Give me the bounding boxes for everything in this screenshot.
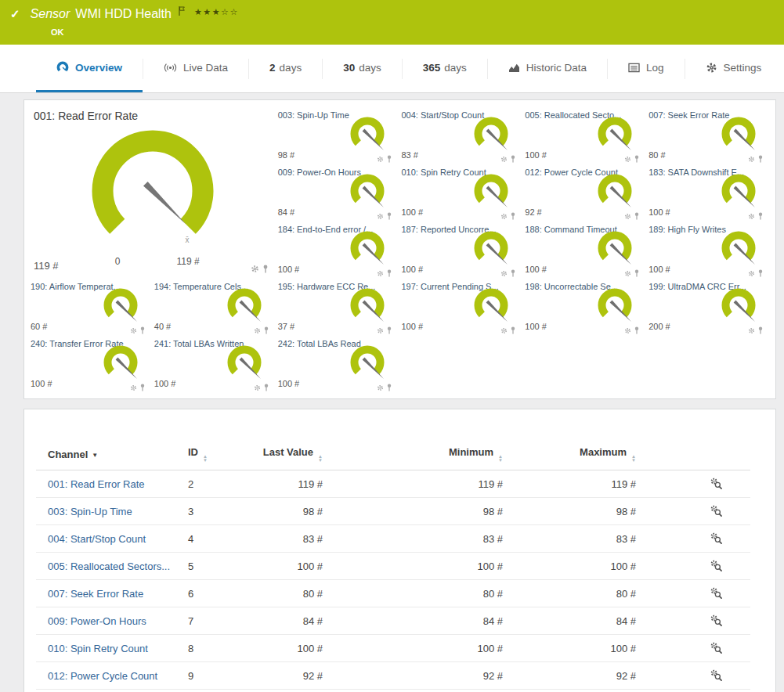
channel-gauge-tile[interactable]: 242: Total LBAs Read100 # (276, 335, 400, 392)
gear-icon[interactable] (500, 270, 508, 277)
gear-icon[interactable] (377, 270, 384, 277)
pin-icon[interactable] (634, 326, 640, 334)
priority-stars[interactable]: ★★★☆☆ (194, 7, 239, 17)
pin-icon[interactable] (386, 269, 392, 277)
channel-link[interactable]: 001: Read Error Rate (48, 478, 145, 490)
tab-log[interactable]: Log (608, 45, 685, 92)
channel-last-value: 119 # (244, 470, 326, 498)
gear-icon[interactable] (377, 327, 384, 334)
tab-historic-data[interactable]: Historic Data (488, 45, 607, 92)
gear-icon[interactable] (748, 213, 755, 220)
gear-icon[interactable] (251, 265, 259, 273)
tab-overview[interactable]: Overview (36, 45, 143, 92)
pin-icon[interactable] (634, 269, 640, 277)
tab-settings[interactable]: Settings (685, 45, 782, 92)
pin-icon[interactable] (757, 155, 764, 163)
column-header-minimum[interactable]: Minimum▲▼ (326, 442, 506, 470)
channel-gauge-tile[interactable]: 003: Spin-Up Time98 # (276, 106, 400, 164)
edit-channel-icon (710, 504, 722, 517)
pin-icon[interactable] (263, 384, 269, 391)
channel-gauge-tile[interactable]: 188: Command Timeout100 # (523, 221, 647, 278)
pin-icon[interactable] (262, 265, 269, 273)
edit-channel-button[interactable] (710, 477, 722, 492)
channel-link[interactable]: 010: Spin Retry Count (48, 643, 148, 654)
channel-gauge-tile[interactable]: 012: Power Cycle Count92 # (523, 164, 647, 221)
gear-icon[interactable] (748, 156, 755, 163)
gear-icon[interactable] (624, 270, 631, 277)
column-header-last-value[interactable]: Last Value▲▼ (244, 442, 326, 470)
channel-gauge-tile[interactable]: 010: Spin Retry Count100 # (399, 164, 523, 221)
channel-gauge-tile[interactable]: 190: Airflow Temperat...60 # (29, 278, 153, 335)
channel-gauge-tile[interactable]: 195: Hardware ECC Re...37 # (276, 278, 400, 335)
gear-icon[interactable] (500, 213, 508, 220)
channel-gauge-tile[interactable]: 005: Reallocated Secto...100 # (523, 106, 647, 164)
pin-icon[interactable] (263, 326, 269, 334)
edit-channel-button[interactable] (710, 586, 722, 601)
column-header-channel[interactable]: Channel▼ (36, 442, 185, 470)
channel-gauge-tile[interactable]: 197: Current Pending S...100 # (399, 278, 523, 335)
channel-link[interactable]: 012: Power Cycle Count (48, 670, 157, 682)
tab-30-days[interactable]: 30 days (323, 45, 402, 92)
gear-icon[interactable] (500, 156, 508, 163)
edit-channel-button[interactable] (710, 669, 722, 683)
pin-icon[interactable] (139, 384, 146, 391)
gear-icon[interactable] (254, 384, 261, 391)
channel-link[interactable]: 009: Power-On Hours (48, 615, 146, 627)
edit-channel-button[interactable] (710, 532, 722, 546)
gear-icon[interactable] (624, 156, 631, 163)
edit-channel-button[interactable] (710, 504, 722, 519)
pin-icon[interactable] (510, 155, 516, 163)
tab-365-days[interactable]: 365 days (403, 45, 487, 92)
flag-icon[interactable] (179, 6, 185, 16)
pin-icon[interactable] (139, 326, 146, 334)
channel-gauge-tile[interactable]: 199: UltraDMA CRC Err...200 # (647, 278, 771, 335)
pin-icon[interactable] (386, 155, 392, 163)
pin-icon[interactable] (510, 212, 516, 220)
gear-icon[interactable] (254, 327, 261, 334)
channel-gauge-tile[interactable]: 183: SATA Downshift E...100 # (647, 164, 771, 221)
channel-link[interactable]: 007: Seek Error Rate (48, 588, 143, 600)
gear-icon[interactable] (748, 327, 755, 334)
gear-icon[interactable] (130, 384, 137, 391)
pin-icon[interactable] (386, 326, 392, 334)
gear-icon[interactable] (377, 213, 384, 220)
gear-icon[interactable] (377, 384, 384, 391)
edit-channel-button[interactable] (710, 614, 722, 629)
gear-icon[interactable] (377, 156, 384, 163)
edit-channel-button[interactable] (710, 559, 722, 574)
tab-live-data[interactable]: Live Data (143, 45, 248, 92)
channel-gauge-tile[interactable]: 004: Start/Stop Count83 # (399, 106, 523, 164)
primary-gauge-tile[interactable]: 001: Read Error Rate 0119 #x̄ 119 # (29, 106, 276, 278)
channel-link[interactable]: 003: Spin-Up Time (48, 506, 132, 517)
gear-icon[interactable] (624, 327, 631, 334)
column-header-maximum[interactable]: Maximum▲▼ (506, 442, 639, 470)
pin-icon[interactable] (757, 269, 764, 277)
channel-gauge-tile[interactable]: 009: Power-On Hours84 # (276, 164, 400, 221)
gear-icon[interactable] (130, 327, 137, 334)
channel-gauge-tile[interactable]: 194: Temperature Cels...40 # (153, 278, 276, 335)
pin-icon[interactable] (757, 326, 764, 334)
channel-gauge-tile[interactable]: 184: End-to-End error /...100 # (276, 221, 400, 278)
column-header-id[interactable]: ID▲▼ (185, 442, 244, 470)
pin-icon[interactable] (386, 384, 392, 391)
channel-gauge-value: 100 # (649, 207, 670, 217)
channel-gauge-tile[interactable]: 198: Uncorrectable Se...100 # (523, 278, 647, 335)
pin-icon[interactable] (634, 155, 640, 163)
edit-channel-button[interactable] (710, 641, 722, 656)
pin-icon[interactable] (757, 212, 764, 220)
channel-link[interactable]: 004: Start/Stop Count (48, 533, 146, 545)
pin-icon[interactable] (510, 326, 516, 334)
pin-icon[interactable] (510, 269, 516, 277)
gear-icon[interactable] (748, 270, 755, 277)
gear-icon[interactable] (500, 327, 508, 334)
pin-icon[interactable] (634, 212, 640, 220)
pin-icon[interactable] (386, 212, 392, 220)
channel-gauge-tile[interactable]: 240: Transfer Error Rate100 # (29, 335, 153, 392)
channel-gauge-tile[interactable]: 189: High Fly Writes100 # (647, 221, 771, 278)
channel-gauge-tile[interactable]: 241: Total LBAs Written100 # (153, 335, 276, 392)
channel-gauge-tile[interactable]: 007: Seek Error Rate80 # (647, 106, 771, 164)
gear-icon[interactable] (624, 213, 631, 220)
channel-gauge-tile[interactable]: 187: Reported Uncorre...100 # (399, 221, 523, 278)
channel-link[interactable]: 005: Reallocated Sectors... (48, 560, 170, 572)
tab-2-days[interactable]: 2 days (249, 45, 322, 92)
